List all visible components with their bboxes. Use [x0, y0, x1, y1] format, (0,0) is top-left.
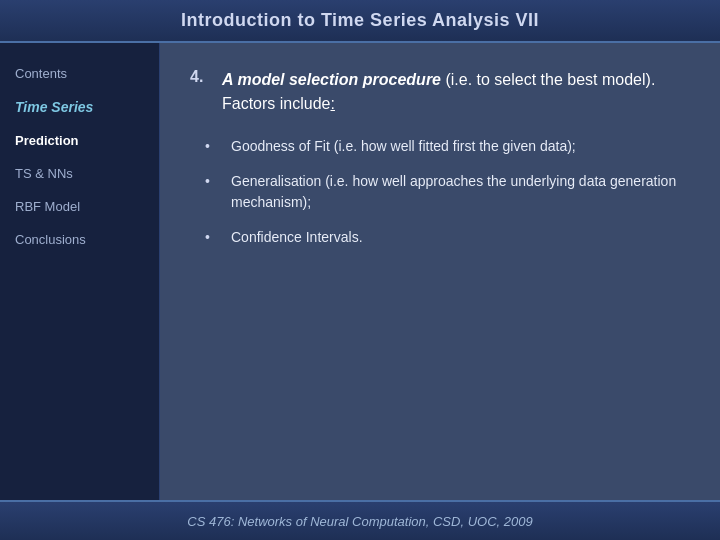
main-content: Contents Time Series Prediction TS & NNs…	[0, 43, 720, 500]
sidebar-item-time-series[interactable]: Time Series	[0, 91, 159, 123]
sidebar-item-contents[interactable]: Contents	[0, 58, 159, 89]
sidebar-item-prediction[interactable]: Prediction	[0, 125, 159, 156]
bullet-dot-1: •	[205, 138, 219, 154]
bullet-text-3: Confidence Intervals.	[231, 227, 363, 248]
item-title-italic: A model selection procedure	[222, 71, 441, 88]
title-bar: Introduction to Time Series Analysis VII	[0, 0, 720, 43]
bullet-item-1: • Goodness of Fit (i.e. how well fitted …	[205, 136, 690, 157]
bullet-list: • Goodness of Fit (i.e. how well fitted …	[190, 136, 690, 248]
footer: CS 476: Networks of Neural Computation, …	[0, 500, 720, 540]
footer-text: CS 476: Networks of Neural Computation, …	[187, 514, 532, 529]
item-4-container: 4. A model selection procedure (i.e. to …	[190, 68, 690, 116]
bullet-dot-2: •	[205, 173, 219, 189]
bullet-item-2: • Generalisation (i.e. how well approach…	[205, 171, 690, 213]
item-title: A model selection procedure (i.e. to sel…	[222, 68, 690, 116]
bullet-text-1: Goodness of Fit (i.e. how well fitted fi…	[231, 136, 576, 157]
sidebar: Contents Time Series Prediction TS & NNs…	[0, 43, 160, 500]
content-area: 4. A model selection procedure (i.e. to …	[160, 43, 720, 500]
item-number: 4.	[190, 68, 210, 116]
bullet-item-3: • Confidence Intervals.	[205, 227, 690, 248]
bullet-text-2: Generalisation (i.e. how well approaches…	[231, 171, 690, 213]
sidebar-item-ts-nns[interactable]: TS & NNs	[0, 158, 159, 189]
sidebar-item-conclusions[interactable]: Conclusions	[0, 224, 159, 255]
slide-container: Introduction to Time Series Analysis VII…	[0, 0, 720, 540]
sidebar-item-rbf-model[interactable]: RBF Model	[0, 191, 159, 222]
slide-title: Introduction to Time Series Analysis VII	[181, 10, 539, 30]
bullet-dot-3: •	[205, 229, 219, 245]
